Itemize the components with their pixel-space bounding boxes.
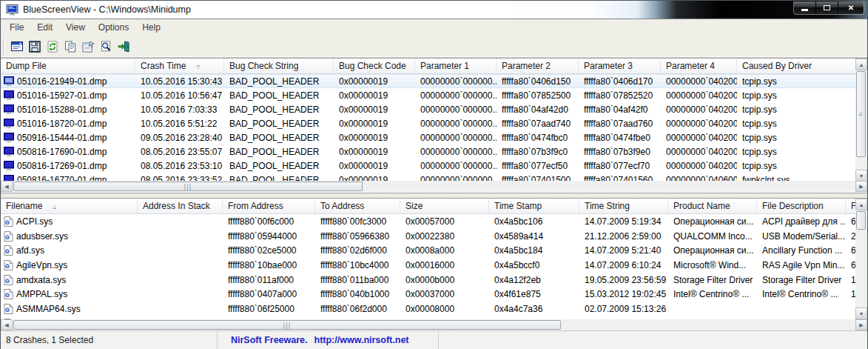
- cell: tcpip.sys: [737, 76, 857, 87]
- driver-row[interactable]: amdxata.sysfffff880`011af000fffff880`011…: [1, 273, 867, 287]
- column-header-file-description[interactable]: File Description: [757, 199, 846, 213]
- minimize-button[interactable]: [794, 1, 816, 14]
- cell: USB Modem/Serial...: [757, 231, 846, 242]
- dump-file-icon: [4, 104, 14, 114]
- scrollbar-thumb[interactable]: |||: [13, 320, 561, 330]
- crash-list-rows: 051016-21949-01.dmp10.05.2016 15:30:43BA…: [1, 74, 867, 182]
- scroll-left-button[interactable]: ◀: [1, 319, 13, 330]
- menu-item-options[interactable]: Options: [92, 21, 135, 35]
- driver-list-vertical-scrollbar[interactable]: ▲ ▼: [855, 199, 867, 319]
- column-header-time-stamp[interactable]: Time Stamp: [489, 199, 579, 213]
- driver-row[interactable]: AgileVpn.sysfffff880`10bae000fffff880`10…: [1, 258, 867, 273]
- column-header-address-in-stack[interactable]: Address In Stack: [138, 199, 223, 213]
- driver-file-icon: [4, 289, 13, 299]
- copy-button[interactable]: [61, 38, 79, 56]
- dump-file-icon: [4, 161, 14, 170]
- close-button[interactable]: ✕: [838, 1, 864, 14]
- column-header-parameter-4[interactable]: Parameter 4: [661, 59, 737, 73]
- crash-row[interactable]: 051016-21949-01.dmp10.05.2016 15:30:43BA…: [1, 74, 867, 88]
- cell: 14.07.2009 6:10:24: [579, 260, 668, 270]
- column-header-product-name[interactable]: Product Name: [668, 199, 757, 213]
- crash-row[interactable]: 051016-18720-01.dmp10.05.2016 5:51:22BAD…: [1, 116, 867, 130]
- thumb-grip-icon: |||: [283, 321, 292, 329]
- column-header-from-address[interactable]: From Address: [223, 199, 315, 213]
- column-header-crash-time[interactable]: Crash Time▿: [135, 59, 224, 73]
- crash-row[interactable]: 051016-15288-01.dmp10.05.2016 7:03:33BAD…: [1, 102, 867, 116]
- crash-list-vertical-scrollbar[interactable]: ▲ ≡ ▼: [855, 59, 867, 182]
- cell: tcpip.sys: [737, 147, 857, 157]
- driver-row[interactable]: ASMMAP64.sysfffff880`06f25000fffff880`06…: [1, 302, 867, 316]
- exit-button[interactable]: [115, 38, 132, 56]
- nirsoft-url-link[interactable]: http://www.nirsoft.net: [314, 335, 409, 345]
- cell: tcpip.sys: [737, 133, 857, 143]
- cell: fffffa80`077ecf50: [497, 161, 579, 171]
- menu-item-view[interactable]: View: [59, 21, 92, 35]
- cell: 0x00000019: [334, 104, 415, 115]
- find-button[interactable]: [97, 38, 115, 56]
- sort-ascending-icon: ▵: [53, 202, 56, 210]
- scroll-left-button[interactable]: ◀: [1, 181, 13, 192]
- column-header-parameter-1[interactable]: Parameter 1: [415, 59, 497, 73]
- scroll-down-button[interactable]: ▼: [855, 308, 867, 319]
- crash-row[interactable]: 050916-15444-01.dmp09.05.2016 23:28:40BA…: [1, 130, 867, 144]
- scrollbar-thumb[interactable]: [856, 211, 866, 230]
- driver-row[interactable]: AMPPAL.sysfffff880`0407a000fffff880`040b…: [1, 287, 867, 302]
- column-label: Parameter 3: [584, 61, 633, 71]
- cell: Intel® Centrino® ...: [757, 289, 846, 299]
- column-label: Parameter 1: [420, 61, 469, 71]
- cell: fffffa80`0474fbc0: [497, 133, 579, 143]
- crash-row[interactable]: 051016-15927-01.dmp10.05.2016 10:56:47BA…: [1, 88, 867, 102]
- column-header-bug-check-code[interactable]: Bug Check Code: [334, 59, 415, 73]
- advanced-options-button[interactable]: [8, 38, 26, 56]
- column-header-caused-by-driver[interactable]: Caused By Driver: [737, 59, 857, 73]
- cell: 00000000`040200...: [661, 90, 737, 101]
- pane-splitter[interactable]: [1, 193, 867, 199]
- scrollbar-thumb[interactable]: |||: [13, 182, 363, 191]
- crash-list-horizontal-scrollbar[interactable]: ◀ ||| ▶: [1, 181, 867, 192]
- cell: Storage Filter Driver: [757, 275, 846, 285]
- dump-file-icon: [4, 119, 14, 128]
- column-header-time-string[interactable]: Time String: [579, 199, 668, 213]
- save-button[interactable]: [26, 38, 44, 56]
- cell: fffffa80`077ecf70: [579, 161, 661, 171]
- toolbar: [1, 36, 867, 58]
- column-header-parameter-2[interactable]: Parameter 2: [497, 59, 579, 73]
- cell: 050916-15444-01.dmp: [1, 133, 135, 143]
- thumb-grip-icon: |||: [184, 182, 192, 190]
- column-header-filename[interactable]: Filename▵: [1, 199, 138, 213]
- refresh-button[interactable]: [44, 38, 61, 56]
- column-header-size[interactable]: Size: [400, 199, 489, 213]
- cell: QUALCOMM Inco...: [668, 231, 757, 242]
- driver-row[interactable]: adusbser.sysfffff880`05944000fffff880`05…: [1, 229, 867, 244]
- cell: 0x00000019: [334, 119, 415, 129]
- title-bar[interactable]: BlueScreenView - C:\Windows\Minidump ✕: [1, 1, 867, 19]
- crash-row[interactable]: 050816-17269-01.dmp08.05.2016 23:53:10BA…: [1, 159, 867, 173]
- menu-item-file[interactable]: File: [3, 21, 30, 35]
- menu-item-help[interactable]: Help: [135, 21, 167, 35]
- column-header-bug-check-string[interactable]: Bug Check String: [224, 59, 334, 73]
- driver-row[interactable]: ACPI.sysfffff880`00f6c000fffff880`00fc30…: [1, 214, 867, 229]
- menu-item-edit[interactable]: Edit: [30, 21, 59, 35]
- crash-row[interactable]: 050816-17690-01.dmp08.05.2016 23:55:07BA…: [1, 144, 867, 159]
- scroll-down-button[interactable]: ▼: [855, 170, 867, 182]
- scroll-up-button[interactable]: ▲: [855, 199, 867, 210]
- column-header-dump-file[interactable]: Dump File: [1, 59, 135, 73]
- cell: 09.05.2016 23:28:40: [135, 133, 224, 143]
- properties-button[interactable]: [79, 38, 97, 56]
- column-header-to-address[interactable]: To Address: [315, 199, 400, 213]
- driver-row[interactable]: afd.sysfffff880`02ce5000fffff880`02d6f00…: [1, 243, 867, 258]
- crash-count-status: 8 Crashes, 1 Selected: [1, 331, 218, 349]
- cell: 0x00000019: [334, 133, 415, 143]
- scroll-right-button[interactable]: ▶: [855, 181, 867, 192]
- freeware-label: NirSoft Freeware.: [231, 335, 308, 345]
- cell: 0x00022380: [400, 231, 489, 242]
- scroll-right-button[interactable]: ▶: [855, 319, 867, 330]
- scrollbar-thumb[interactable]: ≡: [856, 71, 866, 157]
- column-header-parameter-3[interactable]: Parameter 3: [579, 59, 661, 73]
- thumb-grip-icon: ≡: [858, 110, 863, 118]
- driver-list-horizontal-scrollbar[interactable]: ◀ ||| ▶: [1, 319, 867, 330]
- column-label: Size: [406, 201, 423, 211]
- scroll-up-button[interactable]: ▲: [855, 59, 867, 70]
- cell: fffff880`02ce5000: [223, 245, 315, 256]
- maximize-button[interactable]: [816, 1, 838, 14]
